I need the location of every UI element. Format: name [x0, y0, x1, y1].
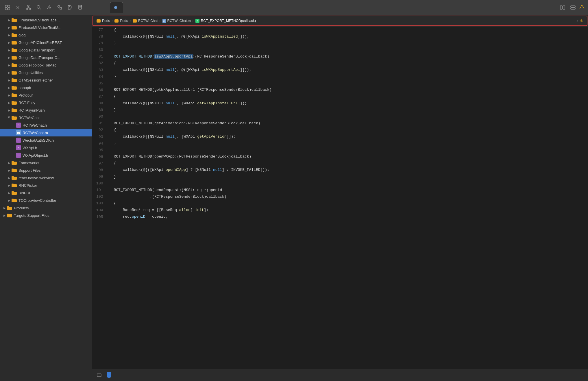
- line-code: {: [108, 160, 588, 167]
- code-token: isWXAppSupportApi: [202, 68, 240, 72]
- code-token: callback(@[[NSNull: [114, 68, 166, 72]
- tab-rctwecat-m[interactable]: [110, 2, 123, 13]
- sidebar-item-googletoolbox[interactable]: ▶ GoogleToolboxForMac: [0, 61, 92, 69]
- back-button[interactable]: [88, 3, 96, 12]
- sidebar-item-label: WechatAuthSDK.h: [23, 138, 89, 143]
- breadcrumb-file-icon: m: [162, 19, 166, 23]
- sidebar-item-supportfiles[interactable]: ▶ Support Files: [0, 167, 92, 174]
- collapse-button[interactable]: [95, 371, 103, 379]
- breadcrumb-item-rctwechat[interactable]: RCTWeChat: [133, 19, 158, 23]
- chevron-icon: ▶: [7, 190, 12, 195]
- folder-icon: [7, 206, 12, 210]
- sidebar-item-frameworks[interactable]: ▶ Frameworks: [0, 159, 92, 167]
- chevron-icon: ▶: [7, 183, 12, 188]
- sidebar-item-wechatauthsdk[interactable]: ▶ h WechatAuthSDK.h: [0, 136, 92, 144]
- sidebar-item-nanopb[interactable]: ▶ nanopb: [0, 84, 92, 91]
- line-number: 79: [92, 40, 108, 47]
- sidebar-item-rctwechat-folder[interactable]: ▶ RCTWeChat: [0, 114, 92, 121]
- breadcrumb-item-pods2[interactable]: Pods: [114, 19, 128, 23]
- warning-indicator[interactable]: [579, 5, 585, 10]
- sidebar-item-wxapi-h[interactable]: ▶ h WXApi.h: [0, 144, 92, 151]
- sidebar-item-label: RNCPicker: [19, 183, 89, 188]
- breadcrumb-item-file[interactable]: m RCTWeChat.m: [162, 19, 191, 23]
- line-code: RCT_EXPORT_METHOD(getApiVersion:(RCTResp…: [108, 120, 588, 127]
- bottom-bar: [92, 369, 588, 381]
- sidebar-item-gtmsession[interactable]: ▶ GTMSessionFetcher: [0, 76, 92, 84]
- table-row: 91RCT_EXPORT_METHOD(getApiVersion:(RCTRe…: [92, 120, 588, 127]
- chevron-icon: ▶: [7, 78, 12, 82]
- chevron-icon: ▶: [7, 198, 12, 203]
- sidebar-item-googledatatransportc[interactable]: ▶ GoogleDataTransportC...: [0, 54, 92, 61]
- breadcrumb-item-pods1[interactable]: Pods: [97, 19, 110, 23]
- split-view-icon[interactable]: [559, 3, 567, 12]
- sidebar-item-googleutilities[interactable]: ▶ GoogleUtilities: [0, 69, 92, 76]
- sidebar-item-rctaliyunpush[interactable]: ▶ RCTAliyunPush: [0, 106, 92, 114]
- close-icon[interactable]: [14, 3, 22, 12]
- table-row: 92{: [92, 127, 588, 133]
- code-token: {: [114, 28, 116, 32]
- code-token: callback(@[[NSNull: [114, 101, 166, 106]
- sidebar-item-rctwechat-m[interactable]: ▶ m RCTWeChat.m: [0, 129, 92, 136]
- search-icon[interactable]: [35, 3, 43, 12]
- tag-icon[interactable]: [66, 3, 74, 12]
- sidebar-item-firebasemlvisionface[interactable]: ▶ FirebaseMLVisionFace...: [0, 16, 92, 24]
- code-token: ], @([WXApi: [175, 34, 202, 39]
- table-row: 105 req.openID = openid;: [92, 214, 588, 220]
- sidebar-item-googledatatransport[interactable]: ▶ GoogleDataTransport: [0, 46, 92, 54]
- forward-button[interactable]: [97, 3, 105, 12]
- line-code: }: [108, 73, 588, 80]
- code-token: RCT_EXPORT_METHOD(: [114, 54, 154, 59]
- chevron-icon: ▶: [7, 93, 12, 97]
- sidebar-item-label: GoogleDataTransport: [19, 48, 89, 52]
- line-number: 105: [92, 214, 108, 220]
- breadcrumb-back-icon[interactable]: ‹: [576, 18, 578, 23]
- grid-icon[interactable]: [3, 3, 12, 12]
- code-area[interactable]: 77{78 callback(@[[NSNull null], @([WXApi…: [92, 27, 588, 369]
- breadcrumb-item-func[interactable]: ƒ RCT_EXPORT_METHOD(callback): [195, 19, 256, 23]
- chevron-icon: ▶: [2, 213, 7, 218]
- line-code: RCT_EXPORT_METHOD(isWXAppSupportApi:(RCT…: [108, 53, 588, 60]
- table-row: 85: [92, 80, 588, 87]
- svg-rect-26: [571, 6, 575, 7]
- svg-point-29: [582, 8, 582, 8]
- line-code: callback(@[[NSNull null], [WXApi getWXAp…: [108, 100, 588, 107]
- sidebar-item-react-native-webview[interactable]: ▶ react-native-webview: [0, 174, 92, 182]
- sidebar-item-rnpdf[interactable]: ▶ RNPDF: [0, 189, 92, 197]
- sidebar-item-label: GoogleToolboxForMac: [19, 63, 89, 67]
- line-number: 99: [92, 173, 108, 180]
- table-row: 83 callback(@[[NSNull null], @([WXApi is…: [92, 67, 588, 73]
- sidebar-item-googleapiclient[interactable]: ▶ GoogleAPIClientForREST: [0, 39, 92, 46]
- folder-icon: [12, 168, 17, 172]
- warning-icon-toolbar[interactable]: [45, 3, 53, 12]
- layout-icon[interactable]: [569, 3, 577, 12]
- breadcrumb-label: Pods: [102, 19, 110, 23]
- line-number: 91: [92, 120, 108, 127]
- sidebar-item-tocropviewcontroller[interactable]: ▶ TOCropViewController: [0, 197, 92, 204]
- chevron-icon: ▶: [7, 108, 12, 112]
- sidebar-item-rncpicker[interactable]: ▶ RNCPicker: [0, 182, 92, 189]
- sidebar-item-label: TOCropViewController: [19, 198, 89, 203]
- sidebar-item-protobuf[interactable]: ▶ Protobuf: [0, 91, 92, 99]
- tab-dot: [114, 6, 117, 9]
- hierarchy-icon[interactable]: [24, 3, 32, 12]
- code-token: RCT_EXPORT_METHOD(openWXApp:(RCTResponse…: [114, 154, 252, 159]
- sidebar-item-wxapiobject[interactable]: ▶ h WXApiObject.h: [0, 151, 92, 159]
- shapes-icon[interactable]: [56, 3, 64, 12]
- sidebar-item-rctwechat-h[interactable]: ▶ h RCTWeChat.h: [0, 121, 92, 129]
- line-number: 93: [92, 134, 108, 140]
- svg-rect-25: [563, 6, 565, 9]
- chevron-icon: ▶: [7, 40, 12, 45]
- code-token: }: [114, 41, 116, 45]
- sidebar-item-firebasemlvisiontext[interactable]: ▶ FirebaseMLVisionTextM...: [0, 24, 92, 31]
- code-token: {: [114, 161, 116, 165]
- chevron-icon: ▶: [7, 160, 12, 165]
- bookmark-button[interactable]: [105, 371, 113, 379]
- breadcrumb-warning-icon[interactable]: ⚠: [580, 18, 583, 23]
- sidebar-item-rct-folly[interactable]: ▶ RCT-Folly: [0, 99, 92, 106]
- svg-rect-7: [26, 8, 28, 10]
- sidebar-item-products[interactable]: ▶ Products: [0, 204, 92, 212]
- sidebar-item-targets-support[interactable]: ▶ Targets Support Files: [0, 212, 92, 219]
- line-number: 86: [92, 87, 108, 93]
- document-icon[interactable]: [76, 3, 84, 12]
- sidebar-item-glog[interactable]: ▶ glog: [0, 31, 92, 39]
